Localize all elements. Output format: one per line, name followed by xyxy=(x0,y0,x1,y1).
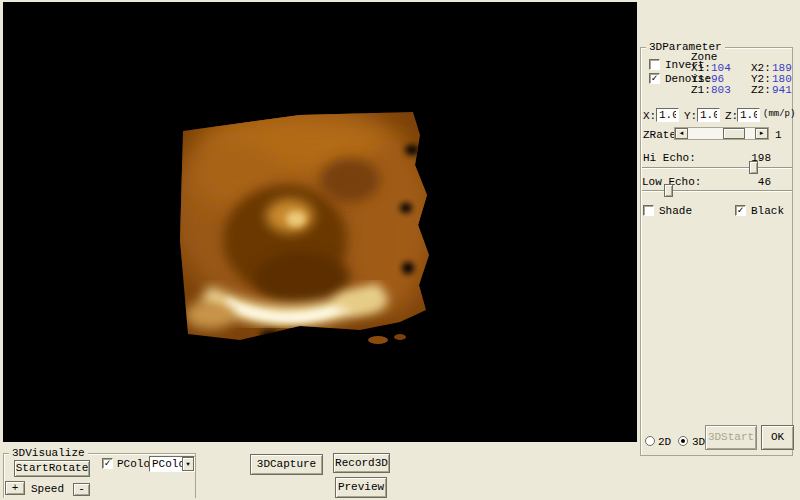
speed-minus-button[interactable]: - xyxy=(73,483,90,496)
application-window: 3DParameter Invert ✓ Denoise Zone X1: 10… xyxy=(0,0,800,500)
speed-label: Speed xyxy=(31,484,64,495)
mode-3d-radio[interactable] xyxy=(678,436,688,446)
scale-y-label: Y: xyxy=(684,111,697,122)
zrate-value: 1 xyxy=(775,130,782,141)
black-checkbox-label: Black xyxy=(751,206,784,217)
denoise-checkbox[interactable]: ✓ xyxy=(649,73,660,84)
scale-unit-label: (mm/p) xyxy=(763,110,795,119)
scale-x-input[interactable] xyxy=(656,108,679,122)
start-rotate-button[interactable]: StartRotate xyxy=(14,460,90,477)
preview-button[interactable]: Preview xyxy=(335,477,387,498)
mode-3d-radio-label: 3D xyxy=(692,437,705,448)
3dcapture-button[interactable]: 3DCapture xyxy=(250,454,323,475)
zone-z2-value: 941 xyxy=(772,85,792,96)
scale-y-input[interactable] xyxy=(697,108,720,122)
mode-2d-radio-label: 2D xyxy=(658,437,671,448)
zrate-scrollbar[interactable]: ◄ ► xyxy=(674,127,769,140)
3dstart-button[interactable]: 3DStart xyxy=(705,425,757,450)
ok-button[interactable]: OK xyxy=(761,425,794,450)
parameter-groupbox: 3DParameter Invert ✓ Denoise Zone X1: 10… xyxy=(640,47,793,456)
pcolor-dropdown-arrow-icon[interactable]: ▼ xyxy=(182,457,194,471)
zone-z1-label: Z1: xyxy=(691,85,711,96)
shade-checkbox[interactable] xyxy=(643,205,654,216)
low-echo-value: 46 xyxy=(741,177,771,188)
ultrasound-3d-render xyxy=(150,90,460,350)
hi-echo-slider-track[interactable] xyxy=(642,167,792,169)
hi-echo-slider-thumb[interactable] xyxy=(749,161,758,174)
zrate-label: ZRate xyxy=(643,130,676,141)
shade-checkbox-label: Shade xyxy=(659,206,692,217)
hi-echo-label: Hi Echo: xyxy=(643,153,696,164)
speed-plus-button[interactable]: + xyxy=(5,481,25,495)
mode-2d-radio[interactable] xyxy=(645,436,655,446)
pcolor-checkbox[interactable]: ✓ xyxy=(102,458,113,469)
render-viewport[interactable] xyxy=(3,2,637,442)
zone-z1-value: 803 xyxy=(711,85,731,96)
visualize-groupbox: 3DVisualize StartRotate + Speed - ✓ PCol… xyxy=(3,453,196,498)
zrate-scroll-left-arrow-icon[interactable]: ◄ xyxy=(675,128,688,139)
scale-z-input[interactable] xyxy=(737,108,760,122)
zrate-scroll-right-arrow-icon[interactable]: ► xyxy=(755,128,768,139)
visualize-groupbox-title: 3DVisualize xyxy=(9,448,88,459)
zone-z2-label: Z2: xyxy=(751,85,771,96)
scale-x-label: X: xyxy=(643,111,656,122)
record3d-button[interactable]: Record3D xyxy=(333,453,390,473)
pcolor-dropdown[interactable]: PColor ▼ xyxy=(149,456,195,472)
invert-checkbox[interactable] xyxy=(649,59,660,70)
low-echo-slider-thumb[interactable] xyxy=(664,184,673,197)
black-checkbox[interactable]: ✓ xyxy=(735,205,746,216)
zrate-scroll-thumb[interactable] xyxy=(723,128,745,139)
